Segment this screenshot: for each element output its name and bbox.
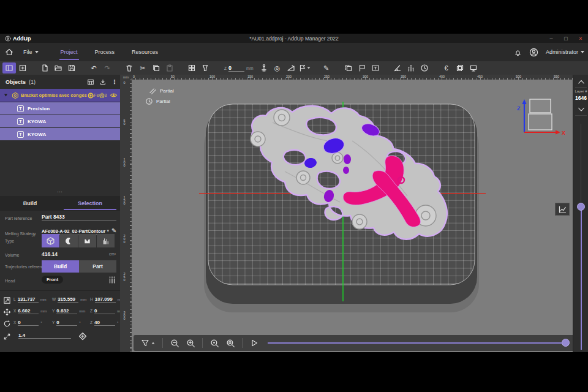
zoom-fit-button[interactable]: [224, 337, 236, 349]
layer-up-button[interactable]: [573, 77, 588, 86]
zoom-out-button[interactable]: [168, 337, 181, 349]
powder-hopper-button[interactable]: [198, 62, 212, 74]
user-menu[interactable]: Administrator: [546, 49, 584, 55]
trajectories-part-option[interactable]: Part: [79, 260, 116, 273]
z-field-value[interactable]: 0: [228, 65, 244, 72]
h-tick: 100: [209, 75, 215, 78]
time-estimate-button[interactable]: [418, 62, 431, 74]
trajectory-timeline-slider[interactable]: [264, 335, 571, 351]
table-view-icon[interactable]: [87, 78, 94, 86]
pos-y-value[interactable]: 0.832: [56, 308, 77, 314]
angle-measure-button[interactable]: [391, 62, 404, 74]
h-value[interactable]: 107.099: [95, 296, 116, 303]
layers-button[interactable]: [453, 62, 467, 74]
save-button[interactable]: [65, 62, 78, 74]
clock-icon: [145, 97, 153, 105]
cost-button[interactable]: €: [440, 62, 453, 74]
type-volume-button[interactable]: [42, 234, 59, 247]
object-row-child[interactable]: T KYOWA: [0, 128, 120, 140]
edit-strategy-pencil-icon[interactable]: ✎: [111, 227, 116, 234]
paste-button[interactable]: [163, 62, 176, 74]
material-coin-icon[interactable]: [87, 92, 94, 99]
lock-icon[interactable]: [99, 92, 105, 99]
tab-resources[interactable]: Resources: [123, 43, 167, 61]
label-flag-button[interactable]: [298, 62, 311, 74]
support-pin-button[interactable]: [257, 62, 271, 74]
type-infill-button[interactable]: [78, 234, 96, 247]
panel-resize-handle[interactable]: ⋯: [0, 189, 120, 195]
close-button[interactable]: ×: [573, 34, 588, 43]
open-file-button[interactable]: [51, 62, 65, 74]
add-part-button[interactable]: [16, 62, 29, 74]
zoom-in-button[interactable]: [184, 337, 197, 349]
tab-process[interactable]: Process: [86, 43, 124, 61]
child-label: KYOWA: [28, 119, 46, 124]
type-contour-button[interactable]: [60, 234, 78, 247]
notifications-bell-icon[interactable]: [514, 48, 522, 56]
partial-annotation-1: Partial: [149, 87, 174, 95]
kebab-menu-icon[interactable]: ⋮: [111, 78, 118, 85]
user-avatar-icon[interactable]: [529, 48, 538, 57]
object-row-child[interactable]: T Precision: [0, 102, 120, 115]
pos-x-value[interactable]: 6.602: [18, 308, 39, 314]
tab-selection[interactable]: Selection: [60, 196, 120, 211]
pocket-shape-icon: [83, 237, 91, 245]
trajectories-build-option[interactable]: Build: [42, 260, 79, 273]
tab-project[interactable]: Project: [52, 43, 86, 61]
timeline-track[interactable]: [268, 342, 562, 344]
w-value[interactable]: 315.559: [58, 296, 78, 303]
layer-slider-handle[interactable]: [577, 203, 585, 211]
filter-button[interactable]: [138, 337, 157, 349]
tab-build[interactable]: Build: [0, 196, 60, 211]
target-button[interactable]: ◎: [271, 62, 284, 74]
redo-button[interactable]: ↷: [100, 62, 114, 74]
home-button[interactable]: [0, 43, 18, 61]
zoom-selection-button[interactable]: [208, 337, 221, 349]
viewport-bottom-toolbar: [134, 335, 573, 351]
play-simulation-button[interactable]: [248, 337, 260, 349]
rot-x-value[interactable]: 0: [18, 320, 39, 326]
delete-button[interactable]: [123, 62, 136, 74]
head-columns-icon[interactable]: [108, 276, 116, 284]
minimize-button[interactable]: –: [544, 34, 559, 43]
maximize-button[interactable]: □: [559, 34, 573, 43]
timeline-handle[interactable]: [562, 339, 570, 347]
rot-y-value[interactable]: 0: [56, 320, 77, 326]
head-value-pill[interactable]: Front: [42, 276, 63, 284]
viewport-3d-scene[interactable]: Z X: [132, 80, 573, 352]
layer-slider-track[interactable]: [581, 124, 581, 206]
rot-z-value[interactable]: 40: [94, 320, 115, 326]
cube-icon: [46, 236, 55, 246]
file-menu[interactable]: File: [18, 43, 43, 61]
layer-chart-button[interactable]: [555, 203, 570, 216]
part-reference-value[interactable]: Part 8433: [42, 214, 116, 221]
copy-button[interactable]: [149, 62, 163, 74]
viewport-3d[interactable]: Z X Partial Partial: [132, 80, 573, 352]
cut-button[interactable]: ✂: [136, 62, 149, 74]
panel-view-button[interactable]: [2, 62, 16, 74]
components-button[interactable]: [185, 62, 198, 74]
uniform-scale-link-icon[interactable]: [78, 332, 87, 341]
object-row-root[interactable]: Bracket optimise avec congés · AFe008: [0, 89, 120, 102]
export-icon[interactable]: [99, 78, 107, 86]
pos-z-value[interactable]: 0: [94, 308, 115, 314]
statistics-button[interactable]: [404, 62, 418, 74]
new-file-button[interactable]: [38, 62, 51, 74]
expand-caret-icon[interactable]: [3, 92, 9, 98]
duplicate-button[interactable]: [342, 62, 355, 74]
edit-pencil-button[interactable]: ✎: [320, 62, 333, 74]
object-row-child[interactable]: T KYOWA: [0, 115, 120, 127]
scale-value[interactable]: 1.4: [18, 333, 71, 339]
visibility-eye-icon[interactable]: [110, 91, 118, 99]
undo-button[interactable]: ↶: [87, 62, 100, 74]
layer-panel: Layer # 1646: [573, 75, 588, 352]
type-hatch-button[interactable]: [97, 234, 115, 247]
ramp-button[interactable]: [284, 62, 298, 74]
z-height-field[interactable]: Z 0 mm: [224, 65, 254, 72]
zoom-fit-icon: [226, 339, 235, 348]
machine-monitor-button[interactable]: [467, 62, 480, 74]
l-value[interactable]: 131.737: [18, 296, 39, 303]
text-annotation-button[interactable]: [369, 62, 382, 74]
layer-down-button[interactable]: [573, 104, 588, 114]
zone-flag-button[interactable]: [355, 62, 369, 74]
